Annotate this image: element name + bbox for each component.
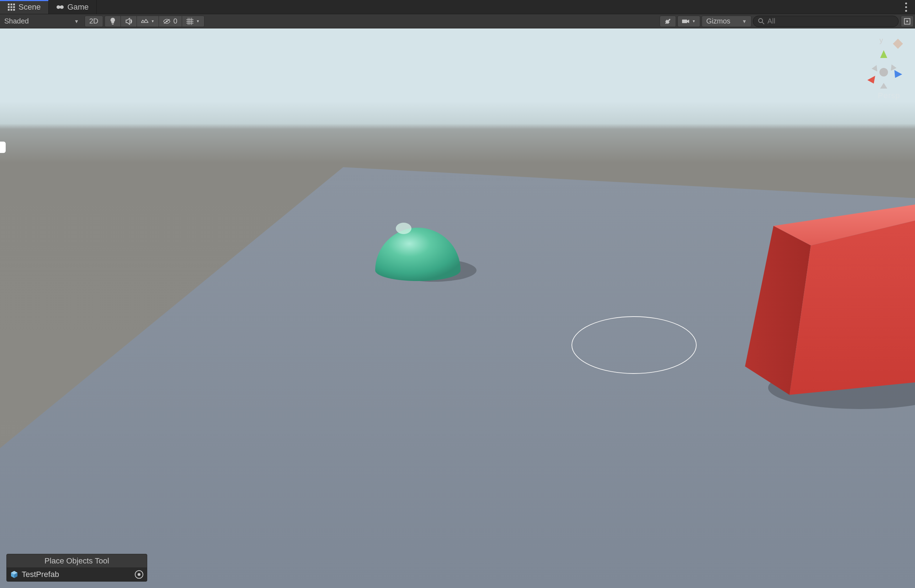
- tab-scene-label: Scene: [18, 3, 40, 12]
- search-icon: [758, 18, 765, 24]
- tab-scene[interactable]: Scene: [0, 0, 49, 14]
- camera-button[interactable]: ▼: [678, 16, 700, 27]
- axis-y-cone: [880, 50, 887, 58]
- svg-rect-8: [682, 19, 687, 23]
- caret-down-icon: ▼: [151, 19, 155, 23]
- camera-icon: [682, 18, 689, 25]
- search-placeholder: All: [767, 17, 893, 25]
- tab-strip: Scene Game: [0, 0, 915, 14]
- audio-icon: [125, 18, 132, 25]
- eye-off-icon: [163, 18, 170, 25]
- tab-game[interactable]: Game: [49, 0, 97, 14]
- scene-viewport[interactable]: y Persp Place Objects Tool TestPrefab: [0, 29, 915, 588]
- svg-marker-17: [880, 83, 887, 89]
- tabstrip-spacer: [97, 0, 897, 14]
- left-edge-handle[interactable]: [0, 142, 6, 153]
- shading-mode-label: Shaded: [4, 17, 29, 25]
- caret-down-icon: ▼: [196, 19, 200, 23]
- svg-point-4: [905, 6, 907, 8]
- fx-toggle[interactable]: ▼: [137, 16, 159, 27]
- expand-icon: [904, 18, 910, 24]
- scene-toolbar: Shaded ▼ 2D ▼ 0 ▼ ▼ Gizmos ▼: [0, 14, 915, 29]
- 2d-label: 2D: [89, 17, 98, 25]
- scene-search[interactable]: All: [753, 16, 899, 27]
- hidden-objects-toggle[interactable]: 0: [158, 16, 181, 27]
- gizmos-dropdown[interactable]: Gizmos ▼: [702, 16, 751, 27]
- svg-point-3: [905, 3, 907, 4]
- hidden-count-label: 0: [173, 17, 177, 25]
- fx-icon: [141, 18, 148, 25]
- axis-z-cone: [894, 70, 902, 78]
- prefab-icon: [10, 570, 18, 578]
- tools-button[interactable]: [660, 16, 676, 27]
- tab-game-label: Game: [67, 3, 89, 12]
- grid-snap-toggle[interactable]: ▼: [182, 16, 205, 27]
- lighting-toggle[interactable]: [105, 16, 121, 27]
- shading-mode-dropdown[interactable]: Shaded ▼: [2, 16, 83, 27]
- tools-icon: [664, 18, 671, 25]
- axis-x-cone: [867, 76, 875, 84]
- svg-marker-15: [891, 65, 897, 71]
- 2d-toggle[interactable]: 2D: [85, 16, 103, 27]
- caret-down-icon: ▼: [742, 18, 747, 24]
- caret-down-icon: ▼: [692, 19, 696, 23]
- grid-snap-icon: [186, 18, 194, 25]
- svg-point-9: [758, 18, 762, 23]
- game-icon: [56, 3, 64, 11]
- audio-toggle[interactable]: [121, 16, 137, 27]
- view-toggle-group: ▼ 0 ▼: [105, 16, 205, 27]
- axis-y-label: y: [879, 36, 883, 44]
- svg-marker-16: [871, 65, 877, 71]
- object-picker-button[interactable]: [135, 570, 143, 579]
- scene-canvas: [0, 29, 915, 588]
- sphere-specular: [396, 223, 412, 234]
- prefab-name: TestPrefab: [22, 570, 131, 579]
- place-tool-title: Place Objects Tool: [7, 554, 147, 568]
- gizmos-label: Gizmos: [706, 17, 731, 25]
- search-expand-button[interactable]: [901, 16, 913, 27]
- projection-label: Persp: [878, 91, 900, 100]
- grid-icon: [8, 3, 15, 11]
- orientation-gizmo[interactable]: y Persp: [859, 35, 909, 102]
- svg-line-10: [762, 22, 764, 24]
- prefab-field[interactable]: TestPrefab: [7, 568, 147, 581]
- lightbulb-icon: [109, 18, 116, 25]
- caret-down-icon: ▼: [74, 18, 79, 24]
- place-objects-tool-panel: Place Objects Tool TestPrefab: [6, 554, 147, 582]
- svg-rect-2: [58, 6, 63, 8]
- gizmo-center: [879, 68, 888, 76]
- tab-kebab-menu[interactable]: [897, 0, 915, 14]
- svg-point-5: [905, 10, 907, 11]
- kebab-icon: [905, 3, 907, 12]
